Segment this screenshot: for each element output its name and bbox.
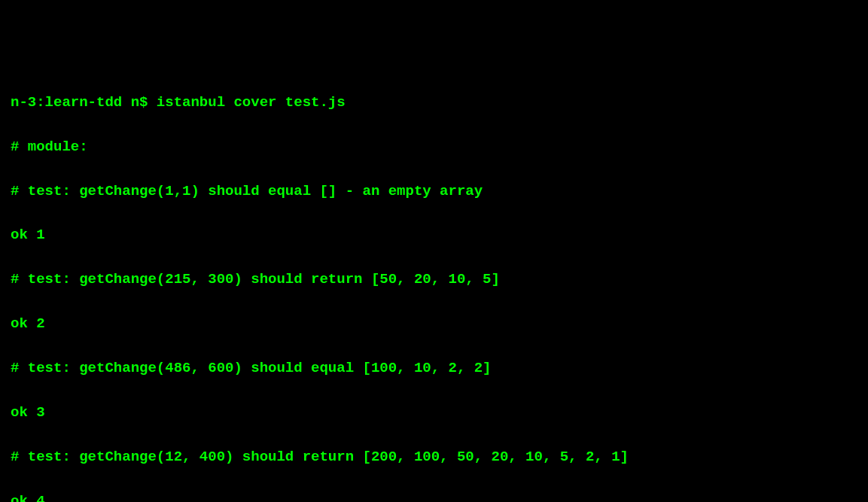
terminal-output-line: ok 3 <box>11 402 857 424</box>
terminal-output-line: ok 1 <box>11 224 857 246</box>
terminal-output-line: # test: getChange(486, 600) should equal… <box>11 357 857 379</box>
terminal-output-line: # test: getChange(12, 400) should return… <box>11 446 857 468</box>
terminal-output-line: ok 2 <box>11 313 857 335</box>
terminal-output-line: ok 4 <box>11 491 857 502</box>
terminal-output-line: # test: getChange(215, 300) should retur… <box>11 269 857 291</box>
terminal-prompt-line: n-3:learn-tdd n$ istanbul cover test.js <box>11 92 857 114</box>
terminal-output-line: # module: <box>11 136 857 158</box>
terminal-output-line: # test: getChange(1,1) should equal [] -… <box>11 181 857 202</box>
